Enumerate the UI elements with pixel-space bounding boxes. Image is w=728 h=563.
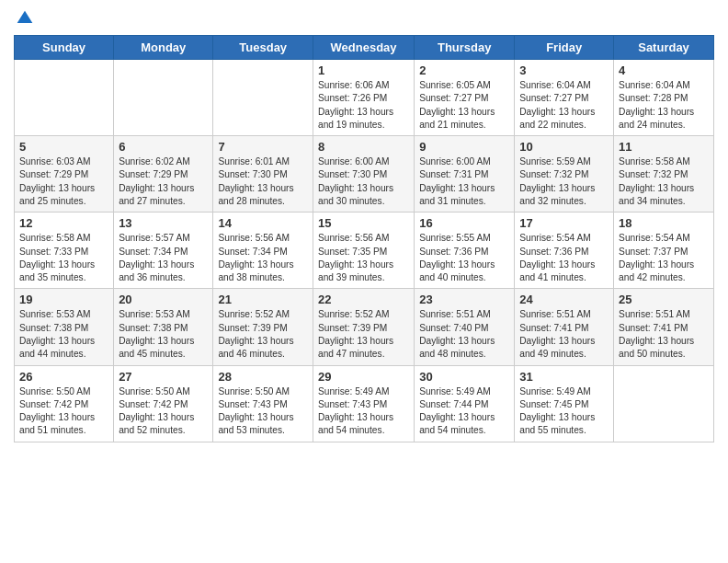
day-info: Sunrise: 5:50 AMSunset: 7:42 PMDaylight:… bbox=[119, 385, 208, 438]
calendar-cell: 23Sunrise: 5:51 AMSunset: 7:40 PMDayligh… bbox=[415, 289, 515, 365]
day-number: 13 bbox=[119, 216, 208, 230]
day-info: Sunrise: 6:04 AMSunset: 7:27 PMDaylight:… bbox=[519, 79, 609, 132]
day-number: 19 bbox=[19, 293, 108, 306]
day-info: Sunrise: 6:00 AMSunset: 7:30 PMDaylight:… bbox=[318, 155, 409, 208]
day-info: Sunrise: 5:49 AMSunset: 7:44 PMDaylight:… bbox=[419, 385, 509, 438]
day-number: 20 bbox=[119, 293, 208, 306]
calendar-cell: 26Sunrise: 5:50 AMSunset: 7:42 PMDayligh… bbox=[15, 365, 114, 442]
day-info: Sunrise: 5:53 AMSunset: 7:38 PMDaylight:… bbox=[119, 308, 208, 361]
day-number: 8 bbox=[318, 140, 409, 154]
calendar-cell bbox=[114, 60, 213, 136]
calendar-cell: 8Sunrise: 6:00 AMSunset: 7:30 PMDaylight… bbox=[313, 136, 414, 213]
calendar-cell: 4Sunrise: 6:04 AMSunset: 7:28 PMDaylight… bbox=[614, 60, 714, 136]
day-info: Sunrise: 5:55 AMSunset: 7:36 PMDaylight:… bbox=[419, 232, 509, 284]
day-info: Sunrise: 5:49 AMSunset: 7:43 PMDaylight:… bbox=[318, 385, 409, 438]
weekday-header-saturday: Saturday bbox=[614, 36, 714, 60]
calendar-cell: 15Sunrise: 5:56 AMSunset: 7:35 PMDayligh… bbox=[313, 213, 414, 289]
day-info: Sunrise: 6:00 AMSunset: 7:31 PMDaylight:… bbox=[419, 155, 509, 208]
day-number: 5 bbox=[19, 140, 108, 154]
calendar-table: SundayMondayTuesdayWednesdayThursdayFrid… bbox=[14, 35, 714, 442]
calendar-cell: 7Sunrise: 6:01 AMSunset: 7:30 PMDaylight… bbox=[213, 136, 313, 213]
day-number: 17 bbox=[519, 216, 609, 230]
calendar-cell: 16Sunrise: 5:55 AMSunset: 7:36 PMDayligh… bbox=[415, 213, 515, 289]
day-number: 11 bbox=[619, 140, 709, 154]
logo bbox=[14, 9, 34, 28]
calendar-cell: 27Sunrise: 5:50 AMSunset: 7:42 PMDayligh… bbox=[114, 365, 213, 442]
calendar-cell: 3Sunrise: 6:04 AMSunset: 7:27 PMDaylight… bbox=[515, 60, 614, 136]
calendar-cell: 22Sunrise: 5:52 AMSunset: 7:39 PMDayligh… bbox=[313, 289, 414, 365]
day-info: Sunrise: 6:04 AMSunset: 7:28 PMDaylight:… bbox=[619, 79, 709, 132]
day-number: 26 bbox=[19, 370, 108, 384]
day-info: Sunrise: 6:01 AMSunset: 7:30 PMDaylight:… bbox=[218, 155, 308, 208]
day-info: Sunrise: 5:49 AMSunset: 7:45 PMDaylight:… bbox=[519, 385, 609, 438]
day-info: Sunrise: 5:52 AMSunset: 7:39 PMDaylight:… bbox=[218, 308, 308, 361]
day-info: Sunrise: 5:59 AMSunset: 7:32 PMDaylight:… bbox=[519, 155, 609, 208]
day-number: 18 bbox=[619, 216, 709, 230]
day-number: 30 bbox=[419, 370, 509, 384]
day-info: Sunrise: 5:57 AMSunset: 7:34 PMDaylight:… bbox=[119, 232, 208, 284]
weekday-header-monday: Monday bbox=[114, 36, 213, 60]
day-number: 12 bbox=[19, 216, 108, 230]
calendar-cell: 17Sunrise: 5:54 AMSunset: 7:36 PMDayligh… bbox=[515, 213, 614, 289]
calendar-cell: 18Sunrise: 5:54 AMSunset: 7:37 PMDayligh… bbox=[614, 213, 714, 289]
calendar-cell: 9Sunrise: 6:00 AMSunset: 7:31 PMDaylight… bbox=[415, 136, 515, 213]
day-number: 10 bbox=[519, 140, 609, 154]
day-info: Sunrise: 5:50 AMSunset: 7:42 PMDaylight:… bbox=[19, 385, 108, 438]
calendar-cell: 13Sunrise: 5:57 AMSunset: 7:34 PMDayligh… bbox=[114, 213, 213, 289]
weekday-header-friday: Friday bbox=[515, 36, 614, 60]
day-number: 14 bbox=[218, 216, 308, 230]
weekday-header-wednesday: Wednesday bbox=[313, 36, 414, 60]
weekday-header-thursday: Thursday bbox=[415, 36, 515, 60]
day-info: Sunrise: 5:56 AMSunset: 7:35 PMDaylight:… bbox=[318, 232, 409, 284]
logo-icon bbox=[16, 9, 34, 28]
calendar-cell bbox=[15, 60, 114, 136]
calendar-cell: 6Sunrise: 6:02 AMSunset: 7:29 PMDaylight… bbox=[114, 136, 213, 213]
day-number: 2 bbox=[419, 63, 509, 77]
calendar-cell: 5Sunrise: 6:03 AMSunset: 7:29 PMDaylight… bbox=[15, 136, 114, 213]
calendar-cell: 31Sunrise: 5:49 AMSunset: 7:45 PMDayligh… bbox=[515, 365, 614, 442]
day-info: Sunrise: 5:56 AMSunset: 7:34 PMDaylight:… bbox=[218, 232, 308, 284]
calendar-cell bbox=[213, 60, 313, 136]
day-info: Sunrise: 5:51 AMSunset: 7:41 PMDaylight:… bbox=[519, 308, 609, 361]
calendar-cell: 21Sunrise: 5:52 AMSunset: 7:39 PMDayligh… bbox=[213, 289, 313, 365]
calendar-cell: 29Sunrise: 5:49 AMSunset: 7:43 PMDayligh… bbox=[313, 365, 414, 442]
page-header bbox=[14, 9, 714, 28]
day-number: 31 bbox=[519, 370, 609, 384]
day-number: 25 bbox=[619, 293, 709, 306]
day-number: 23 bbox=[419, 293, 509, 306]
day-number: 21 bbox=[218, 293, 308, 306]
weekday-header-tuesday: Tuesday bbox=[213, 36, 313, 60]
day-number: 15 bbox=[318, 216, 409, 230]
day-info: Sunrise: 6:02 AMSunset: 7:29 PMDaylight:… bbox=[119, 155, 208, 208]
day-number: 4 bbox=[619, 63, 709, 77]
day-number: 7 bbox=[218, 140, 308, 154]
weekday-header-sunday: Sunday bbox=[15, 36, 114, 60]
calendar-cell: 14Sunrise: 5:56 AMSunset: 7:34 PMDayligh… bbox=[213, 213, 313, 289]
day-info: Sunrise: 6:05 AMSunset: 7:27 PMDaylight:… bbox=[419, 79, 509, 132]
day-info: Sunrise: 5:54 AMSunset: 7:37 PMDaylight:… bbox=[619, 232, 709, 284]
day-info: Sunrise: 5:58 AMSunset: 7:32 PMDaylight:… bbox=[619, 155, 709, 208]
day-info: Sunrise: 5:50 AMSunset: 7:43 PMDaylight:… bbox=[218, 385, 308, 438]
calendar-cell: 12Sunrise: 5:58 AMSunset: 7:33 PMDayligh… bbox=[15, 213, 114, 289]
day-info: Sunrise: 5:58 AMSunset: 7:33 PMDaylight:… bbox=[19, 232, 108, 284]
calendar-cell: 10Sunrise: 5:59 AMSunset: 7:32 PMDayligh… bbox=[515, 136, 614, 213]
day-info: Sunrise: 5:52 AMSunset: 7:39 PMDaylight:… bbox=[318, 308, 409, 361]
day-number: 29 bbox=[318, 370, 409, 384]
day-number: 24 bbox=[519, 293, 609, 306]
day-number: 27 bbox=[119, 370, 208, 384]
day-number: 1 bbox=[318, 63, 409, 77]
calendar-cell: 28Sunrise: 5:50 AMSunset: 7:43 PMDayligh… bbox=[213, 365, 313, 442]
svg-marker-0 bbox=[17, 11, 33, 23]
day-number: 6 bbox=[119, 140, 208, 154]
day-info: Sunrise: 5:54 AMSunset: 7:36 PMDaylight:… bbox=[519, 232, 609, 284]
calendar-cell: 11Sunrise: 5:58 AMSunset: 7:32 PMDayligh… bbox=[614, 136, 714, 213]
calendar-cell: 19Sunrise: 5:53 AMSunset: 7:38 PMDayligh… bbox=[15, 289, 114, 365]
day-info: Sunrise: 5:51 AMSunset: 7:41 PMDaylight:… bbox=[619, 308, 709, 361]
calendar-cell: 30Sunrise: 5:49 AMSunset: 7:44 PMDayligh… bbox=[415, 365, 515, 442]
calendar-cell: 20Sunrise: 5:53 AMSunset: 7:38 PMDayligh… bbox=[114, 289, 213, 365]
day-number: 22 bbox=[318, 293, 409, 306]
day-info: Sunrise: 5:53 AMSunset: 7:38 PMDaylight:… bbox=[19, 308, 108, 361]
day-number: 3 bbox=[519, 63, 609, 77]
day-info: Sunrise: 6:03 AMSunset: 7:29 PMDaylight:… bbox=[19, 155, 108, 208]
calendar-cell: 24Sunrise: 5:51 AMSunset: 7:41 PMDayligh… bbox=[515, 289, 614, 365]
